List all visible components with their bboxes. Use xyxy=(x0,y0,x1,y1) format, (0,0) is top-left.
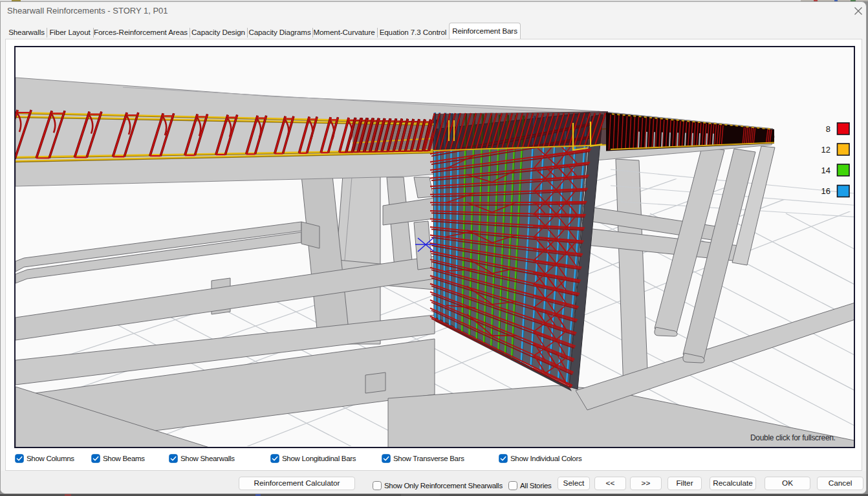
svg-text:8: 8 xyxy=(826,124,830,134)
svg-text:16: 16 xyxy=(821,186,830,196)
svg-text:12: 12 xyxy=(821,145,830,155)
svg-text:14: 14 xyxy=(821,166,830,175)
svg-text:Double click for fullscreen.: Double click for fullscreen. xyxy=(750,433,836,442)
